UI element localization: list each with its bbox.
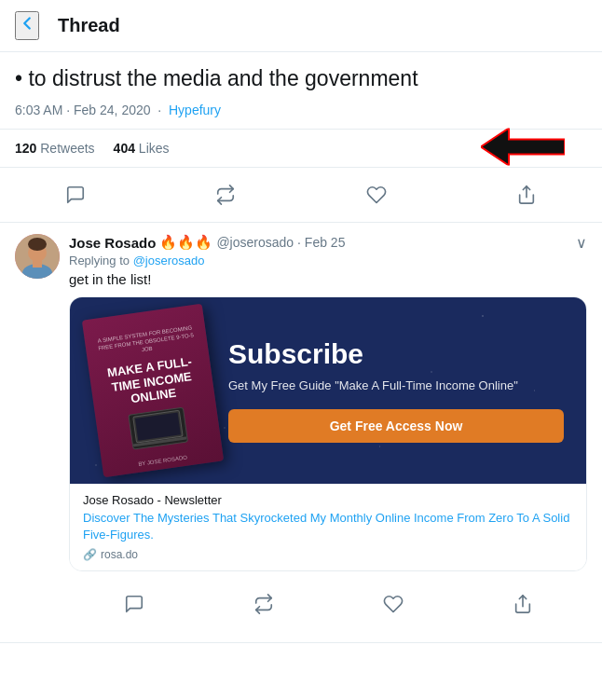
- card-cta-button[interactable]: Get Free Access Now: [228, 409, 564, 443]
- card-subscribe-heading: Subscribe: [228, 338, 564, 370]
- page-title: Thread: [58, 15, 120, 36]
- header: Thread: [0, 0, 602, 52]
- reply-actions: [69, 581, 587, 631]
- arrow-icon: [481, 129, 565, 166]
- back-button[interactable]: [15, 11, 39, 40]
- card-image: A Simple System For Becoming Free From T…: [70, 297, 586, 484]
- reply-content: Jose Rosado 🔥🔥🔥 @joserosado · Feb 25 ∨ R…: [69, 234, 587, 630]
- more-options-button[interactable]: ∨: [576, 234, 587, 252]
- fire-emoji: 🔥🔥🔥: [159, 234, 212, 251]
- card-description: Get My Free Guide "Make A Full-Time Inco…: [228, 377, 564, 394]
- stats-row: 120 Retweets 404 Likes: [0, 129, 602, 168]
- reply-text: get in the list!: [69, 271, 587, 287]
- reply-share-button[interactable]: [505, 586, 540, 622]
- retweets-stat: 120 Retweets: [15, 141, 95, 156]
- reply-tweet: Jose Rosado 🔥🔥🔥 @joserosado · Feb 25 ∨ R…: [0, 223, 602, 642]
- share-button[interactable]: [509, 177, 544, 213]
- main-tweet: • to distrust the media and the governme…: [0, 52, 602, 117]
- like-button[interactable]: [359, 177, 394, 213]
- card-footer: Jose Rosado - Newsletter Discover The My…: [70, 484, 586, 570]
- hypefury-link[interactable]: Hypefury: [169, 103, 221, 117]
- reply-retweet-button[interactable]: [246, 586, 281, 622]
- card-text-side: Subscribe Get My Free Guide "Make A Full…: [213, 338, 564, 443]
- card-url: rosa.do: [101, 548, 138, 561]
- book-device: [128, 407, 188, 450]
- svg-marker-0: [481, 129, 565, 166]
- book-mockup: A Simple System For Becoming Free From T…: [82, 304, 224, 477]
- avatar: [15, 234, 60, 279]
- book-cover: A Simple System For Becoming Free From T…: [82, 304, 224, 477]
- arrow-annotation: [481, 129, 565, 169]
- comment-button[interactable]: [58, 177, 93, 213]
- svg-point-4: [28, 238, 47, 251]
- user-name: Jose Rosado: [69, 235, 156, 251]
- tweet-time: 6:03 AM · Feb 24, 2020: [15, 103, 151, 117]
- tweet-meta: 6:03 AM · Feb 24, 2020 · Hypefury: [15, 103, 587, 117]
- likes-stat: 404 Likes: [114, 141, 170, 156]
- user-handle: @joserosado: [216, 235, 294, 250]
- link-icon: 🔗: [83, 548, 97, 561]
- reply-date: · Feb 25: [297, 235, 345, 250]
- reply-user-info: Jose Rosado 🔥🔥🔥 @joserosado · Feb 25: [69, 234, 345, 251]
- svg-rect-6: [33, 260, 42, 268]
- card-url-row: 🔗 rosa.do: [83, 548, 573, 561]
- avatar-image: [15, 234, 60, 279]
- reply-header: Jose Rosado 🔥🔥🔥 @joserosado · Feb 25 ∨: [69, 234, 587, 252]
- replying-to: Replying to @joserosado: [69, 254, 587, 268]
- book-title: MAKE A FULL-TIME INCOME ONLINE: [98, 353, 205, 411]
- card-link-description: Discover The Mysteries That Skyrocketed …: [83, 510, 573, 543]
- reply-like-button[interactable]: [376, 586, 411, 622]
- book-author: BY JOSE ROSADO: [138, 455, 187, 467]
- replying-to-link[interactable]: @joserosado: [133, 254, 205, 268]
- tweet-text: • to distrust the media and the governme…: [15, 63, 587, 93]
- reply-comment-button[interactable]: [116, 586, 152, 622]
- retweet-button[interactable]: [208, 177, 243, 213]
- card-site-name: Jose Rosado - Newsletter: [83, 493, 573, 507]
- subscribe-card[interactable]: A Simple System For Becoming Free From T…: [69, 296, 587, 570]
- main-tweet-actions: [0, 168, 602, 223]
